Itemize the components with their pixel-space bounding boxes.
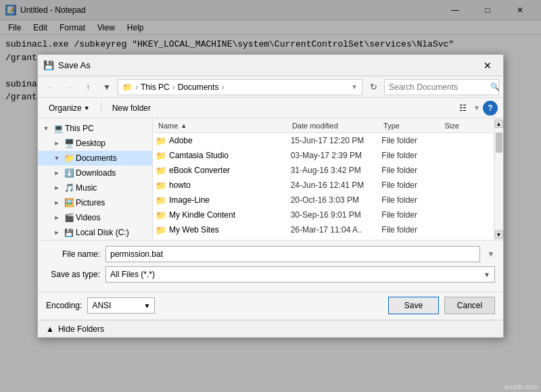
file-row-camtasia[interactable]: 📁 Camtasia Studio 03-May-17 2:39 PM File… [153, 148, 494, 163]
col-header-size[interactable]: Size [442, 118, 492, 132]
path-separator-1: › [135, 82, 138, 92]
hide-folders-bar[interactable]: ▲ Hide Folders [38, 320, 503, 337]
col-header-name[interactable]: Name ▲ [156, 118, 289, 132]
filename-row: File name: ▼ [46, 246, 495, 262]
path-dropdown-caret[interactable]: ▼ [351, 83, 358, 91]
filetype-label: Save as type: [46, 270, 100, 279]
toggle-downloads: ► [51, 168, 62, 178]
sidebar-item-downloads[interactable]: ► ⬇️ Downloads [38, 166, 152, 180]
view-options-button[interactable]: ☷ [454, 101, 471, 116]
refresh-button[interactable]: ↻ [365, 79, 381, 95]
desktop-label: Desktop [76, 139, 105, 148]
dialog-overlay: 💾 Save As ✕ ← → ↑ ▼ 📁 › This PC › Docume… [0, 0, 541, 392]
file-row-ebook[interactable]: 📁 eBook Converter 31-Aug-16 3:42 PM File… [153, 163, 494, 178]
path-current: Documents [178, 82, 219, 92]
scroll-up-button[interactable]: ▲ [495, 120, 503, 128]
local-c-icon: 💾 [64, 227, 74, 238]
toolbar-separator [101, 103, 101, 114]
toggle-videos: ► [51, 212, 62, 223]
downloads-label: Downloads [76, 168, 116, 178]
filetype-dropdown[interactable]: All Files (*.*) ▼ [105, 266, 495, 283]
file-list-header: Name ▲ Date modified Type Size [153, 118, 494, 133]
help-button[interactable]: ? [483, 101, 498, 116]
scroll-track[interactable] [496, 130, 502, 228]
watermark: wsxdn.com [504, 383, 538, 391]
nav-back-button[interactable]: ← [42, 79, 58, 95]
pictures-icon: 🖼️ [64, 197, 74, 208]
search-input[interactable] [389, 82, 490, 92]
sort-arrow: ▲ [181, 122, 187, 129]
sidebar-item-pictures[interactable]: ► 🖼️ Pictures [38, 195, 152, 210]
dialog-icon: 💾 [43, 60, 54, 71]
folder-icon: 📁 [156, 150, 166, 161]
downloads-icon: ⬇️ [64, 168, 74, 178]
file-list[interactable]: 📁 Adobe 15-Jun-17 12:20 PM File folder 📁… [153, 133, 494, 240]
filetype-caret: ▼ [484, 271, 490, 278]
recent-locations-button[interactable]: ▼ [99, 79, 115, 95]
hide-folders-label: Hide Folders [58, 324, 104, 334]
toggle-music: ► [51, 182, 62, 193]
address-path[interactable]: 📁 › This PC › Documents › ▼ [118, 79, 362, 95]
address-bar: ← → ↑ ▼ 📁 › This PC › Documents › ▼ ↻ 🔍 [38, 76, 503, 98]
scroll-thumb[interactable] [496, 132, 502, 153]
nav-forward-button[interactable]: → [61, 79, 77, 95]
encoding-dropdown[interactable]: ANSI ▼ [87, 297, 155, 314]
path-separator-3: › [221, 82, 224, 92]
file-row-kindle[interactable]: 📁 My Kindle Content 30-Sep-16 9:01 PM Fi… [153, 207, 494, 222]
search-icon: 🔍 [490, 82, 500, 91]
folder-icon: 📁 [156, 180, 166, 191]
documents-label: Documents [76, 153, 117, 163]
file-row-imageline[interactable]: 📁 Image-Line 20-Oct-16 3:03 PM File fold… [153, 193, 494, 207]
toggle-this-pc: ▼ [41, 123, 51, 134]
new-folder-button[interactable]: New folder [107, 101, 156, 116]
sidebar-item-this-pc[interactable]: ▼ 💻 This PC [38, 121, 152, 136]
save-as-dialog: 💾 Save As ✕ ← → ↑ ▼ 📁 › This PC › Docume… [37, 54, 504, 338]
col-header-date[interactable]: Date modified [289, 118, 381, 132]
documents-icon: 📁 [64, 153, 74, 164]
filename-input[interactable] [105, 246, 480, 262]
this-pc-label: This PC [65, 124, 94, 133]
toggle-pictures: ► [51, 197, 62, 208]
encoding-caret: ▼ [143, 302, 150, 310]
filetype-value: All Files (*.*) [110, 270, 155, 279]
path-root-icon: 📁 [122, 82, 133, 92]
new-folder-label: New folder [112, 103, 151, 113]
organize-button[interactable]: Organize ▼ [43, 101, 95, 116]
desktop-icon: 🖥️ [64, 138, 74, 149]
dialog-title-bar: 💾 Save As ✕ [38, 55, 503, 76]
footer-buttons: Save Cancel [388, 297, 495, 314]
folder-icon: 📁 [156, 165, 166, 176]
nav-up-button[interactable]: ↑ [80, 79, 96, 95]
dialog-toolbar: Organize ▼ New folder ☷ ▼ ? [38, 98, 503, 118]
toggle-desktop: ► [51, 138, 62, 149]
scrollbar: ▲ ▼ [494, 118, 503, 240]
music-icon: 🎵 [64, 182, 74, 193]
sidebar-item-desktop[interactable]: ► 🖥️ Desktop [38, 136, 152, 151]
encoding-value: ANSI [92, 301, 111, 310]
videos-icon: 🎬 [64, 212, 74, 223]
sidebar-item-videos[interactable]: ► 🎬 Videos [38, 210, 152, 225]
folder-icon: 📁 [156, 224, 166, 235]
file-row-websites[interactable]: 📁 My Web Sites 26-Mar-17 11:04 A.. File … [153, 222, 494, 237]
col-header-type[interactable]: Type [381, 118, 442, 132]
dialog-close-button[interactable]: ✕ [477, 57, 498, 74]
sidebar-item-music[interactable]: ► 🎵 Music [38, 180, 152, 195]
file-row-howto[interactable]: 📁 howto 24-Jun-16 12:41 PM File folder [153, 178, 494, 193]
sidebar-item-local-c[interactable]: ► 💾 Local Disk (C:) [38, 225, 152, 240]
scroll-down-button[interactable]: ▼ [495, 230, 503, 239]
organize-caret: ▼ [84, 105, 90, 112]
filename-dropdown-caret[interactable]: ▼ [487, 249, 495, 259]
file-row-adobe[interactable]: 📁 Adobe 15-Jun-17 12:20 PM File folder [153, 133, 494, 148]
cancel-button[interactable]: Cancel [444, 297, 495, 314]
search-box[interactable]: 🔍 [384, 79, 499, 95]
save-button[interactable]: Save [388, 297, 439, 314]
toggle-local-c: ► [51, 227, 62, 238]
sidebar-item-documents[interactable]: ▼ 📁 Documents [38, 151, 152, 166]
toggle-documents: ▼ [51, 153, 62, 164]
dialog-title: Save As [58, 60, 91, 70]
path-separator-2: › [172, 82, 175, 92]
sidebar: ▼ 💻 This PC ► 🖥️ Desktop ▼ 📁 Documents [38, 118, 153, 240]
encoding-row: Encoding: ANSI ▼ [46, 297, 155, 314]
filetype-row: Save as type: All Files (*.*) ▼ [46, 266, 495, 283]
local-c-label: Local Disk (C:) [76, 228, 129, 237]
